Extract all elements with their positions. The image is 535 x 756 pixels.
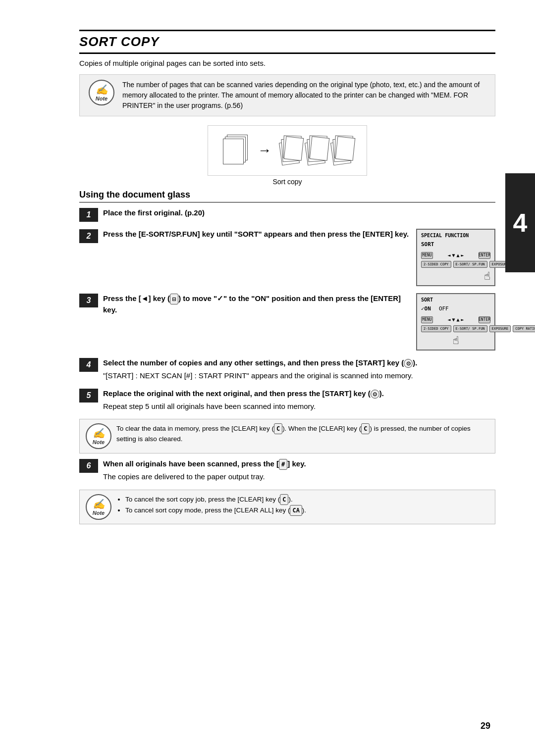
dest-stack-2 [306,136,326,165]
step-number-2: 2 [79,229,98,243]
note-icon-1: ✍ Note [87,80,116,105]
note-text-3: To cancel the sort copy job, press the [… [116,494,306,516]
step-5: 5 Replace the original with the next ori… [79,388,495,412]
step-6: 6 When all originals have been scanned, … [79,458,495,483]
step-number-1: 1 [79,208,98,222]
step-5-main: Replace the original with the next origi… [103,388,495,400]
step-4: 4 Select the number of copies and any ot… [79,357,495,381]
step-content-6: When all originals have been scanned, pr… [98,458,495,483]
note-badge-2: ✍ Note [86,423,111,449]
step-2-with-image: Press the [E-SORT/SP.FUN] key until "SOR… [103,229,495,286]
step-5-sub: Repeat step 5 until all originals have b… [103,401,495,412]
step-content-2: Press the [E-SORT/SP.FUN] key until "SOR… [98,229,495,286]
note-box-2: ✍ Note To clear the data in memory, pres… [79,419,495,454]
lcd2-finger: ☝ [421,334,490,347]
step-4-main: Select the number of copies and any othe… [103,357,495,369]
step-content-5: Replace the original with the next origi… [98,388,495,412]
note3-bullet-1: To cancel the sort copy job, press the [… [125,494,306,505]
note-icon-2: ✍ Note [86,423,111,449]
step-3-image: SORT ✓ON OFF MENU ◄ ▼ ▲ ► [416,293,495,351]
dest-stack-3 [332,136,352,165]
lcd-panel-1: SPECIAL FUNCTION SORT MENU ◄ ▼ ▲ ► ENTER [416,229,495,286]
page-subtitle: Copies of multiple original pages can be… [79,59,495,67]
note-text-2: To clear the data in memory, press the [… [116,423,489,444]
lcd1-menu-btn: MENU [421,252,433,259]
step-3: 3 Press the [◄] key (⊟) to move "✓" to t… [79,293,495,351]
note-badge-1: ✍ Note [89,80,114,105]
illustration-caption: Sort copy [272,178,302,186]
step-2: 2 Press the [E-SORT/SP.FUN] key until "S… [79,229,495,286]
arrow-icon: → [258,143,271,158]
page-title: SORT COPY [79,34,495,50]
lcd1-finger: ☝ [421,270,490,282]
step-content-4: Select the number of copies and any othe… [98,357,495,381]
note-icon-3: ✍ Note [86,494,111,520]
step-1: 1 Place the first original. (p.20) [79,207,495,222]
step-2-text: Press the [E-SORT/SP.FUN] key until "SOR… [103,229,409,240]
step-2-image: SPECIAL FUNCTION SORT MENU ◄ ▼ ▲ ► ENTER [416,229,495,286]
note-badge-3: ✍ Note [86,494,111,520]
dest-stacks [280,136,352,165]
lcd1-sort: SORT [421,240,490,249]
section-title-bar: SORT COPY [79,30,495,54]
step-number-6: 6 [79,459,98,473]
note-box-1: ✍ Note The number of pages that can be s… [79,74,495,116]
step-4-sub: "[START] : NEXT SCAN [#] : START PRINT" … [103,370,495,382]
lcd1-title: SPECIAL FUNCTION [421,233,490,238]
step-number-4: 4 [79,358,98,372]
lcd1-enter-btn: ENTER [479,252,490,259]
illustration-box: → [208,125,367,176]
step-content-3: Press the [◄] key (⊟) to move "✓" to the… [98,293,495,351]
step-3-text: Press the [◄] key (⊟) to move "✓" to the… [103,293,409,316]
note3-bullet-2: To cancel sort copy mode, press the [CLE… [125,505,306,516]
illustration-area: → [79,125,495,186]
note-text-1: The number of pages that can be scanned … [122,80,488,111]
lcd-panel-2: SORT ✓ON OFF MENU ◄ ▼ ▲ ► [416,293,495,351]
chapter-number: 4 [505,173,535,272]
lcd2-on-off: ✓ON OFF [421,304,490,313]
step-6-sub: The copies are delivered to the paper ou… [103,471,495,483]
step-content-1: Place the first original. (p.20) [98,207,495,219]
page-number: 29 [481,721,490,731]
step-6-main: When all originals have been scanned, pr… [103,458,495,470]
step-number-5: 5 [79,389,98,403]
step-1-text: Place the first original. (p.20) [103,207,495,219]
note-box-3: ✍ Note To cancel the sort copy job, pres… [79,490,495,524]
source-papers [223,135,249,166]
page: 4 29 SORT COPY Copies of multiple origin… [0,0,535,756]
lcd2-title: SORT [421,297,490,302]
lcd2-enter-btn: ENTER [479,316,490,323]
lcd2-menu-btn: MENU [421,316,433,323]
step-number-3: 3 [79,294,98,307]
subsection-heading: Using the document glass [79,190,495,202]
dest-stack-1 [280,136,300,165]
step-3-with-image: Press the [◄] key (⊟) to move "✓" to the… [103,293,495,351]
